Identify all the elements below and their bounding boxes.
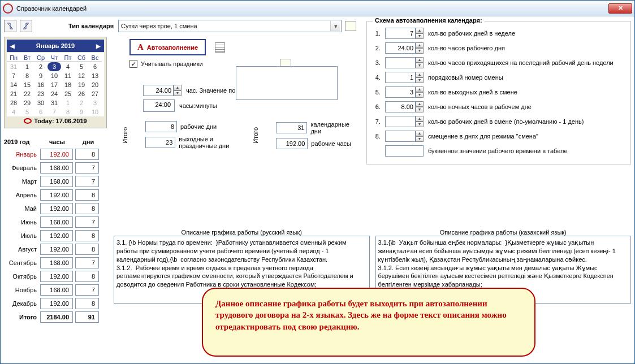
month-row: Январь192.008 bbox=[4, 148, 110, 161]
app-icon bbox=[3, 3, 13, 14]
desc-kz-header: Описание графика работы (казахский язык) bbox=[375, 229, 632, 236]
scheme-spinbox[interactable]: ▲▼ bbox=[385, 57, 424, 68]
scheme-row: 4. ▲▼ порядковый номер смены bbox=[373, 70, 625, 85]
month-calendar[interactable]: ◀ Январь 2019 ▶ Пн Вт Ср Чт Пт Сб Вс 311… bbox=[4, 37, 107, 128]
letter-a-icon: A bbox=[137, 42, 144, 52]
scheme-row: 5. ▲▼ кол-во выходных дней в смене bbox=[373, 85, 625, 99]
today-ring-icon bbox=[24, 118, 32, 124]
cal-weekday-row: Пн Вт Ср Чт Пт Сб Вс bbox=[7, 53, 104, 62]
year-summary-table: 2019 год часы дни Январь192.008Февраль16… bbox=[4, 138, 110, 324]
holidays-checkbox-label: Учитывать праздники bbox=[141, 60, 203, 67]
cal-next-icon[interactable]: ▶ bbox=[96, 43, 101, 49]
cal-month-year: Январь 2019 bbox=[36, 42, 75, 49]
month-row: Июль192.008 bbox=[4, 229, 110, 242]
scheme-spinbox[interactable]: ▲▼ bbox=[385, 116, 424, 127]
month-row: Август192.008 bbox=[4, 242, 110, 256]
calendar-type-combo[interactable]: Сутки через трое, 1 смена ▾ bbox=[118, 20, 342, 32]
type-label: Тип календаря bbox=[68, 23, 114, 29]
month-row: Сентябрь168.007 bbox=[4, 256, 110, 270]
scheme-row: 1. ▲▼ кол-во рабочих дней в неделе bbox=[373, 26, 625, 41]
itogo-label-1: Итого bbox=[122, 127, 128, 144]
month-row: Апрель192.008 bbox=[4, 188, 110, 202]
hours-spinbox[interactable]: ▲▼ bbox=[143, 85, 182, 96]
calendar-grid-icon[interactable] bbox=[215, 42, 225, 53]
cal-today[interactable]: Today: 17.06.2019 bbox=[7, 116, 104, 125]
month-row: Февраль168.007 bbox=[4, 161, 110, 175]
lookup-icon[interactable] bbox=[345, 21, 356, 31]
chevron-down-icon[interactable]: ▾ bbox=[330, 21, 340, 31]
month-row: Декабрь192.008 bbox=[4, 297, 110, 310]
month-row: Июнь168.007 bbox=[4, 215, 110, 229]
notes-textarea[interactable] bbox=[236, 66, 338, 100]
tree-expand-button[interactable] bbox=[4, 20, 16, 32]
hours-minutes-field[interactable]: 24:00 bbox=[143, 99, 175, 112]
scheme-spinbox[interactable]: ▲▼ bbox=[385, 72, 424, 83]
scheme-spinbox[interactable]: ▲▼ bbox=[385, 131, 424, 142]
scheme-spinbox[interactable]: ▲▼ bbox=[385, 101, 424, 112]
desc-ru-header: Описание графика работы (русский язык) bbox=[114, 229, 370, 236]
scheme-row: 6. ▲▼ кол-во ночных часов в рабочем дне bbox=[373, 99, 625, 114]
cal-prev-icon[interactable]: ◀ bbox=[10, 43, 15, 49]
callout-note: Данное описание графика работы будет вых… bbox=[202, 288, 535, 357]
autofill-scheme-group: Схема автозаполнения календаря: 1. ▲▼ ко… bbox=[366, 21, 631, 164]
month-row: Октябрь192.008 bbox=[4, 270, 110, 283]
close-button[interactable]: ✕ bbox=[608, 3, 632, 14]
holidays-checkbox[interactable] bbox=[129, 60, 137, 68]
scheme-row: 3. ▲▼ кол-во часов приходящихся на после… bbox=[373, 55, 625, 70]
month-row: Ноябрь168.007 bbox=[4, 283, 110, 297]
scheme-spinbox[interactable]: ▲▼ bbox=[385, 28, 424, 39]
scheme-spinbox[interactable]: ▲▼ bbox=[385, 86, 424, 98]
scheme-row: 8. ▲▼ смещение в днях для режима "смена" bbox=[373, 129, 625, 144]
letter-field[interactable] bbox=[385, 145, 424, 157]
tree-collapse-button[interactable] bbox=[20, 20, 32, 32]
itogo-label-2: Итого bbox=[252, 127, 259, 144]
scheme-spinbox[interactable]: ▲▼ bbox=[385, 42, 424, 54]
scheme-row: 2. ▲▼ кол-во часов рабочего дня bbox=[373, 41, 625, 55]
month-row: Март168.007 bbox=[4, 175, 110, 188]
autofill-button[interactable]: A Автозаполнение bbox=[129, 39, 206, 55]
window-title: Справочник календарей bbox=[16, 5, 608, 12]
month-row: Май192.008 bbox=[4, 202, 110, 215]
title-bar: Справочник календарей ✕ bbox=[1, 1, 634, 16]
scheme-row: 7. ▲▼ кол-во рабочих дней в смене (по-ум… bbox=[373, 114, 625, 129]
